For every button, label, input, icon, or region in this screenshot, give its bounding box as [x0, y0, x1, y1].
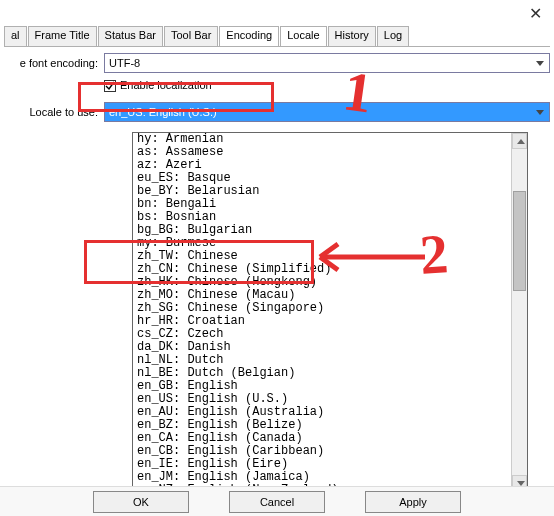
button-bar: OK Cancel Apply — [0, 486, 554, 516]
tab-history[interactable]: History — [328, 26, 376, 46]
cancel-button[interactable]: Cancel — [229, 491, 325, 513]
chevron-down-icon — [533, 56, 547, 70]
tab-status-bar[interactable]: Status Bar — [98, 26, 163, 46]
locale-label: Locale to use: — [4, 106, 104, 118]
ok-button[interactable]: OK — [93, 491, 189, 513]
chevron-down-icon — [533, 105, 547, 119]
scroll-up-button[interactable] — [512, 133, 527, 149]
locale-select[interactable]: en_US: English (U.S.) — [104, 102, 550, 122]
encoding-select[interactable]: UTF-8 — [104, 53, 550, 73]
enable-localization-checkbox[interactable] — [104, 80, 116, 92]
enable-localization-label: Enable localization — [120, 79, 212, 91]
tab-log[interactable]: Log — [377, 26, 409, 46]
tab-locale[interactable]: Locale — [280, 26, 326, 46]
tab-encoding[interactable]: Encoding — [219, 26, 279, 46]
tab-general-partial[interactable]: al — [4, 26, 27, 46]
tab-frame-title[interactable]: Frame Title — [28, 26, 97, 46]
locale-dropdown-list: hy: Armenianas: Assameseaz: Azerieu_ES: … — [132, 132, 528, 492]
apply-button[interactable]: Apply — [365, 491, 461, 513]
close-icon[interactable]: ✕ — [529, 4, 542, 23]
encoding-label: e font encoding: — [4, 57, 104, 69]
tabstrip: al Frame Title Status Bar Tool Bar Encod… — [4, 26, 550, 46]
encoding-value: UTF-8 — [109, 57, 140, 69]
scrollbar[interactable] — [511, 133, 527, 491]
locale-value: en_US: English (U.S.) — [109, 106, 217, 118]
tab-tool-bar[interactable]: Tool Bar — [164, 26, 218, 46]
scroll-thumb[interactable] — [513, 191, 526, 291]
